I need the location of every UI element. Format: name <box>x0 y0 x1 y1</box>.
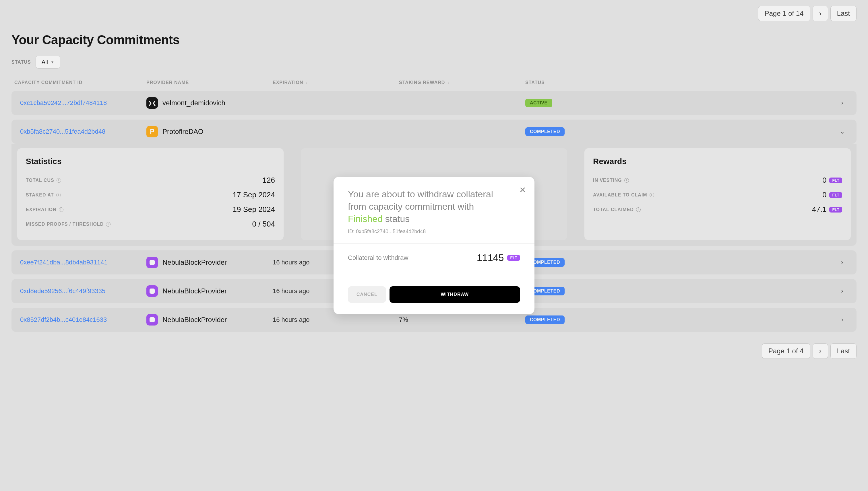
collateral-label: Collateral to withdraw <box>348 254 408 262</box>
modal-overlay[interactable]: ✕ You are about to withdraw collateral f… <box>0 0 868 491</box>
modal-title: You are about to withdraw collateral fro… <box>348 188 520 225</box>
close-icon[interactable]: ✕ <box>519 185 526 195</box>
divider <box>333 243 535 243</box>
flt-badge: FLT <box>507 255 520 261</box>
cancel-button[interactable]: CANCEL <box>348 286 386 303</box>
modal-actions: CANCEL WITHDRAW <box>348 286 520 303</box>
withdraw-button[interactable]: WITHDRAW <box>389 286 520 303</box>
collateral-row: Collateral to withdraw 11145 FLT <box>348 252 520 263</box>
withdraw-collateral-modal: ✕ You are about to withdraw collateral f… <box>333 177 535 315</box>
collateral-value: 11145 FLT <box>477 252 520 263</box>
modal-commitment-id: ID: 0xb5fa8c2740...51fea4d2bd48 <box>348 229 520 235</box>
